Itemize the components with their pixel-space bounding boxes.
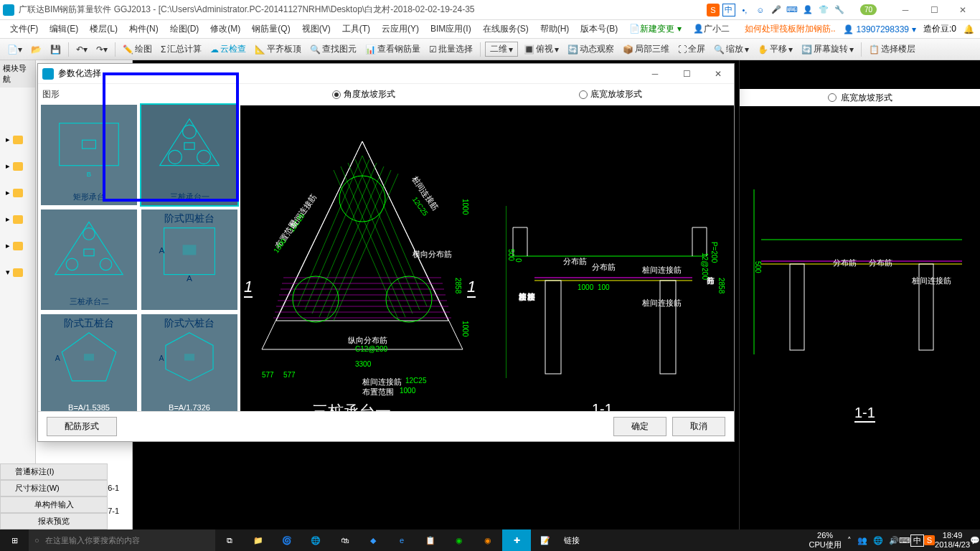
user-avatar[interactable]: 👤广小二 — [689, 22, 734, 37]
menu-newchange[interactable]: 📄新建变更 ▾ — [625, 22, 685, 37]
cpu-meter[interactable]: 26% CPU使用 — [809, 531, 841, 550]
shape-step4[interactable]: AA 阶式四桩台 — [141, 209, 237, 310]
menu-modify[interactable]: 修改(M) — [206, 22, 245, 37]
ime-wrench-icon[interactable]: 🔧 — [833, 4, 846, 17]
dialog-close[interactable]: ✕ — [707, 69, 730, 79]
close-button[interactable]: ✕ — [948, 0, 977, 20]
task-link[interactable]: 链接 — [560, 529, 584, 551]
right-viewport[interactable]: 底宽放坡形式 分布筋 分布筋 桩间连接筋 500 1-1 — [739, 60, 980, 529]
ime-bar[interactable]: S 中 •, ☺ 🎤 ⌨ 👤 👕 🔧 — [707, 4, 846, 17]
tool-local3d[interactable]: 📦局部三维 — [620, 42, 672, 57]
nav-folder-1[interactable]: ▸ — [3, 133, 32, 146]
tool-open[interactable]: 📂 — [28, 43, 44, 56]
tool-viewmode[interactable]: 二维 ▾ — [485, 42, 518, 57]
taskbar-search[interactable]: ○ 在这里输入你要搜索的内容 — [29, 529, 215, 551]
menu-view[interactable]: 视图(V) — [298, 22, 335, 37]
task-app4[interactable]: ◉ — [445, 529, 473, 551]
tool-new[interactable]: 📄▾ — [4, 43, 25, 56]
dialog-maximize[interactable]: ☐ — [675, 69, 698, 79]
ime-shirt-icon[interactable]: 👕 — [817, 4, 830, 17]
help-link[interactable]: 如何处理筏板附加钢筋.. — [745, 23, 836, 35]
menu-tool[interactable]: 工具(T) — [338, 22, 374, 37]
btn-ok[interactable]: 确定 — [613, 417, 666, 436]
tool-viewrebar[interactable]: 📊查看钢筋量 — [362, 42, 423, 57]
nav-folder-5[interactable]: ▸ — [3, 240, 32, 252]
tool-cloudcheck[interactable]: ☁云检查 — [207, 42, 249, 57]
tray-up-icon[interactable]: ˄ — [847, 536, 852, 545]
tool-find[interactable]: 🔍查找图元 — [307, 42, 359, 57]
minimize-button[interactable]: ─ — [891, 0, 920, 20]
ime-mic-icon[interactable]: 🎤 — [770, 4, 783, 17]
tool-rotate[interactable]: 🔄屏幕旋转▾ — [798, 42, 857, 57]
shape-step5[interactable]: A 阶式五桩台 B=A/1.5385 — [41, 314, 137, 411]
nav-folder-6[interactable]: ▾ — [3, 266, 32, 278]
ime-punct-icon[interactable]: •, — [738, 4, 751, 17]
preview-canvas[interactable]: 3300 577 577 2858 1000 1000 横向分布筋 纵向分布筋 … — [240, 105, 734, 411]
menu-draw[interactable]: 绘图(D) — [166, 22, 204, 37]
tray-people-icon[interactable]: 👥 — [857, 536, 867, 545]
btn-cancel[interactable]: 取消 — [672, 417, 725, 436]
task-explorer[interactable]: 📁 — [244, 529, 273, 551]
maximize-button[interactable]: ☐ — [920, 0, 948, 20]
tray-sogou-icon[interactable]: S — [924, 535, 935, 545]
tool-selectfloor[interactable]: 📋选择楼层 — [866, 42, 918, 57]
shape-rect[interactable]: B 矩形承台 — [41, 105, 137, 205]
rv-radio[interactable] — [828, 93, 837, 102]
menu-help[interactable]: 帮助(H) — [536, 22, 574, 37]
menu-online[interactable]: 在线服务(S) — [479, 22, 533, 37]
tool-save[interactable]: 💾 — [47, 43, 64, 56]
task-store[interactable]: 🛍 — [330, 529, 359, 551]
task-app1[interactable]: 🌀 — [273, 529, 301, 551]
task-app6[interactable]: ✚ — [502, 529, 531, 551]
ime-smile-icon[interactable]: ☺ — [754, 4, 767, 17]
menu-rebar[interactable]: 钢筋量(Q) — [248, 22, 294, 37]
tool-topview[interactable]: 🔳俯视▾ — [521, 42, 562, 57]
phone-number[interactable]: 👤13907298339 ▾ — [843, 24, 916, 34]
btn-dim-normal[interactable]: 普通标注(I) — [0, 463, 108, 480]
menu-version[interactable]: 版本号(B) — [576, 22, 622, 37]
green-badge[interactable]: 70 — [860, 4, 877, 15]
nav-folder-4[interactable]: ▸ — [3, 213, 32, 225]
btn-single-input[interactable]: 单构件输入 — [0, 496, 108, 513]
shape-tri3-1[interactable]: 三桩承台一 — [141, 105, 237, 205]
menu-floor[interactable]: 楼层(L) — [85, 22, 122, 37]
menu-edit[interactable]: 编辑(E) — [45, 22, 83, 37]
tool-fullscreen[interactable]: ⛶全屏 — [675, 42, 708, 57]
menu-bim[interactable]: BIM应用(I) — [426, 22, 476, 37]
task-app5[interactable]: ◉ — [473, 529, 502, 551]
price-bean[interactable]: 造价豆:0 — [923, 23, 956, 35]
shape-step6[interactable]: A 阶式六桩台 B=A/1.7326 — [141, 314, 237, 411]
tool-redo[interactable]: ↷▾ — [93, 43, 110, 56]
start-button[interactable]: ⊞ — [0, 529, 29, 551]
menu-cloud[interactable]: 云应用(Y) — [377, 22, 423, 37]
radio-width-slope[interactable]: 底宽放坡形式 — [579, 88, 642, 100]
menu-component[interactable]: 构件(N) — [125, 22, 163, 37]
tool-orbit[interactable]: 🔄动态观察 — [565, 42, 617, 57]
btn-rebar-form[interactable]: 配筋形式 — [47, 417, 117, 436]
task-view-icon[interactable]: ⧉ — [215, 529, 244, 551]
dialog-minimize[interactable]: ─ — [644, 69, 666, 79]
tray-network-icon[interactable]: 🌐 — [873, 536, 883, 545]
dialog-titlebar[interactable]: 参数化选择 ─ ☐ ✕ — [38, 64, 734, 84]
tool-pan[interactable]: ✋平移▾ — [755, 42, 796, 57]
task-app7[interactable]: 📝 — [531, 529, 560, 551]
sogou-icon[interactable]: S — [707, 4, 720, 17]
task-ie[interactable]: e — [387, 529, 416, 551]
btn-report-preview[interactable]: 报表预览 — [0, 513, 108, 529]
ime-lang-icon[interactable]: 中 — [722, 4, 735, 17]
task-edge[interactable]: 🌐 — [301, 529, 330, 551]
radio-angle-slope[interactable]: 角度放坡形式 — [332, 88, 395, 100]
nav-folder-2[interactable]: ▸ — [3, 160, 32, 172]
bell-icon[interactable]: 🔔 — [963, 24, 974, 34]
tray-ime-icon[interactable]: 中 — [910, 534, 924, 547]
tool-sum[interactable]: Σ 汇总计算 — [158, 42, 204, 57]
tool-zoom[interactable]: 🔍缩放▾ — [711, 42, 752, 57]
tool-align[interactable]: 📐平齐板顶 — [252, 42, 304, 57]
tray-volume-icon[interactable]: 🔊 — [889, 536, 899, 545]
ime-keyboard-icon[interactable]: ⌨ — [786, 4, 798, 17]
tray-clock[interactable]: 18:49 2018/4/23 — [935, 531, 970, 550]
menu-file[interactable]: 文件(F) — [6, 22, 42, 37]
btn-dim-size[interactable]: 尺寸标注(W) — [0, 480, 108, 496]
nav-folder-3[interactable]: ▸ — [3, 187, 32, 199]
task-app2[interactable]: ◆ — [359, 529, 387, 551]
